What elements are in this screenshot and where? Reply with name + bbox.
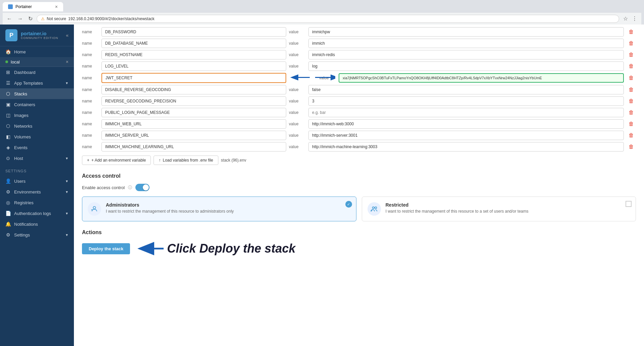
sidebar-item-events[interactable]: ◈ Events xyxy=(0,142,74,153)
env-name-input[interactable] xyxy=(101,50,286,59)
env-value-label: value xyxy=(289,30,306,34)
delete-env-button[interactable]: 🗑 xyxy=(627,74,636,82)
app-container: P portainer.io COMMUNITY EDITION « 🏠 Hom… xyxy=(0,25,644,346)
env-value-input[interactable] xyxy=(308,96,624,106)
back-button[interactable]: ← xyxy=(5,14,13,23)
load-env-file-button[interactable]: ↑ Load variables from .env file xyxy=(154,156,218,165)
auth-logs-icon: 📄 xyxy=(5,211,11,216)
env-var-row: name value 🗑 xyxy=(82,131,636,140)
env-name-label: name xyxy=(82,133,99,138)
env-close-button[interactable]: × xyxy=(66,59,69,64)
sidebar-collapse-button[interactable]: « xyxy=(66,33,69,38)
env-name-input[interactable] xyxy=(101,131,286,140)
volumes-icon: ◧ xyxy=(5,134,11,139)
reload-button[interactable]: ↻ xyxy=(27,14,34,23)
sidebar-item-label: Users xyxy=(14,179,26,184)
sidebar-item-images[interactable]: ◫ Images xyxy=(0,110,74,121)
env-value-input[interactable] xyxy=(308,119,624,129)
administrators-selected-check: ✓ xyxy=(345,201,352,208)
url-text: 192.168.0.240:9000/#/2/docker/stacks/new… xyxy=(68,16,155,21)
browser-tab-active[interactable]: Portainer × xyxy=(3,2,63,11)
env-value-input[interactable] xyxy=(308,39,624,48)
sidebar-item-environments[interactable]: ⚙ Environments ▼ xyxy=(0,186,74,197)
env-var-row: name value 🗑 xyxy=(82,61,636,71)
env-var-row: name value 🗑 xyxy=(82,119,636,129)
env-name-input[interactable] xyxy=(101,27,286,37)
env-name-input[interactable] xyxy=(101,85,286,94)
delete-env-button[interactable]: 🗑 xyxy=(627,50,636,59)
env-name-input[interactable] xyxy=(101,39,286,48)
env-value-input[interactable] xyxy=(308,108,624,117)
sidebar-item-label: Settings xyxy=(14,232,30,237)
logo-text: portainer.io COMMUNITY EDITION xyxy=(21,31,58,40)
access-toggle-info-icon: ⓘ xyxy=(128,185,132,190)
forward-button[interactable]: → xyxy=(16,14,24,23)
env-value-input[interactable] xyxy=(308,27,624,37)
env-name-input[interactable] xyxy=(101,61,286,71)
access-control-toggle[interactable] xyxy=(135,184,149,191)
settings-icon: ⚙ xyxy=(5,232,11,237)
sidebar-item-notifications[interactable]: 🔔 Notifications xyxy=(0,219,74,229)
deploy-stack-button[interactable]: Deploy the stack xyxy=(82,243,130,254)
delete-env-button[interactable]: 🗑 xyxy=(627,85,636,94)
jwt-secret-value-input[interactable] xyxy=(339,73,624,83)
delete-env-button[interactable]: 🗑 xyxy=(627,131,636,140)
delete-env-button[interactable]: 🗑 xyxy=(627,28,636,36)
env-value-input[interactable] xyxy=(308,61,624,71)
sidebar-item-dashboard[interactable]: ⊞ Dashboard xyxy=(0,67,74,78)
images-icon: ◫ xyxy=(5,113,11,118)
registries-icon: ◎ xyxy=(5,200,11,205)
sidebar-item-app-templates[interactable]: ☰ App Templates ▼ xyxy=(0,78,74,88)
delete-env-button[interactable]: 🗑 xyxy=(627,108,636,117)
sidebar-item-registries[interactable]: ◎ Registries xyxy=(0,197,74,208)
sidebar-item-label: Networks xyxy=(14,124,32,129)
env-var-row-jwt: name xyxy=(82,73,636,83)
administrators-access-card[interactable]: Administrators I want to restrict the ma… xyxy=(82,197,356,221)
click-deploy-annotation: Click Deploy the stack xyxy=(167,242,295,256)
sidebar-item-users[interactable]: 👤 Users ▼ xyxy=(0,176,74,186)
env-value-input[interactable] xyxy=(308,50,624,59)
actions-section: Actions Deploy the stack xyxy=(82,229,636,257)
sidebar-item-volumes[interactable]: ◧ Volumes xyxy=(0,131,74,142)
env-var-row: name value 🗑 xyxy=(82,85,636,94)
env-var-row: name value 🗑 xyxy=(82,142,636,152)
env-name-input[interactable] xyxy=(101,108,286,117)
security-label: Not secure xyxy=(47,16,66,21)
env-value-input[interactable] xyxy=(308,142,624,152)
env-name-input[interactable] xyxy=(101,142,286,152)
add-env-variable-button[interactable]: + + Add an environment variable xyxy=(82,156,151,165)
chevron-down-icon: ▼ xyxy=(65,233,69,237)
sidebar-item-host[interactable]: ⊙ Host ▼ xyxy=(0,153,74,164)
sidebar-item-networks[interactable]: ⬡ Networks xyxy=(0,121,74,131)
access-options: Administrators I want to restrict the ma… xyxy=(82,197,636,221)
chevron-down-icon: ▼ xyxy=(65,212,69,215)
logo-edition: COMMUNITY EDITION xyxy=(21,36,58,40)
deploy-left-arrow xyxy=(137,240,167,257)
menu-button[interactable]: ⋮ xyxy=(631,14,639,23)
sidebar-item-stacks[interactable]: ⬡ Stacks xyxy=(0,88,74,99)
deploy-annotation: Click Deploy the stack xyxy=(137,240,295,257)
sidebar-item-home[interactable]: 🏠 Home xyxy=(0,46,74,57)
sidebar-item-containers[interactable]: ▣ Containers xyxy=(0,99,74,110)
left-arrow-annotation xyxy=(290,73,313,83)
app-templates-icon: ☰ xyxy=(5,80,11,86)
tab-close-button[interactable]: × xyxy=(55,4,58,9)
sidebar-item-auth-logs[interactable]: 📄 Authentication logs ▼ xyxy=(0,208,74,219)
delete-env-button[interactable]: 🗑 xyxy=(627,120,636,128)
delete-env-button[interactable]: 🗑 xyxy=(627,142,636,151)
delete-env-button[interactable]: 🗑 xyxy=(627,97,636,105)
address-bar[interactable]: ⚠ Not secure 192.168.0.240:9000/#/2/dock… xyxy=(37,15,619,23)
delete-env-button[interactable]: 🗑 xyxy=(627,39,636,48)
restricted-access-card[interactable]: Restricted I want to restrict the manage… xyxy=(362,197,636,221)
browser-chrome: Portainer × ← → ↻ ⚠ Not secure 192.168.0… xyxy=(0,0,644,25)
sidebar: P portainer.io COMMUNITY EDITION « 🏠 Hom… xyxy=(0,25,74,346)
jwt-secret-name-input[interactable] xyxy=(101,73,286,83)
env-value-input[interactable] xyxy=(308,85,624,94)
bookmark-button[interactable]: ☆ xyxy=(622,14,629,23)
delete-env-button[interactable]: 🗑 xyxy=(627,62,636,71)
env-name-input[interactable] xyxy=(101,119,286,129)
events-icon: ◈ xyxy=(5,145,11,150)
env-name-input[interactable] xyxy=(101,96,286,106)
env-value-input[interactable] xyxy=(308,131,624,140)
sidebar-item-settings[interactable]: ⚙ Settings ▼ xyxy=(0,229,74,240)
